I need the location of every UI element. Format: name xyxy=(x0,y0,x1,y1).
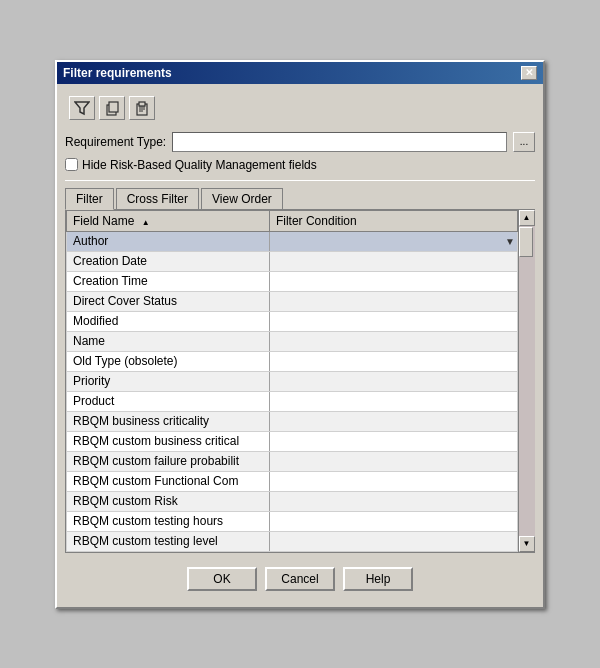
filter-condition-cell[interactable] xyxy=(269,331,517,351)
sort-indicator: ▲ xyxy=(142,218,150,227)
table-row[interactable]: Product xyxy=(67,391,518,411)
field-name-cell: RBQM custom Risk xyxy=(67,491,270,511)
scroll-thumb[interactable] xyxy=(519,227,533,257)
vertical-scrollbar[interactable]: ▲ ▼ xyxy=(518,210,534,552)
copy-button[interactable] xyxy=(99,96,125,120)
scroll-track[interactable] xyxy=(519,226,535,536)
field-name-cell: Product xyxy=(67,391,270,411)
filter-condition-cell[interactable] xyxy=(269,431,517,451)
svg-rect-2 xyxy=(109,102,118,112)
paste-button[interactable] xyxy=(129,96,155,120)
filter-condition-cell[interactable] xyxy=(269,411,517,431)
table-row[interactable]: Author▼ xyxy=(67,231,518,251)
table-scroll-area[interactable]: Field Name ▲ Filter Condition Author▼Cre… xyxy=(66,210,518,552)
field-name-cell: RBQM custom testing level xyxy=(67,531,270,551)
close-button[interactable]: ✕ xyxy=(521,66,537,80)
field-name-cell: Old Type (obsolete) xyxy=(67,351,270,371)
table-row[interactable]: RBQM custom business critical xyxy=(67,431,518,451)
filter-condition-cell[interactable] xyxy=(269,291,517,311)
filter-requirements-dialog: Filter requirements ✕ xyxy=(55,60,545,609)
tab-view-order[interactable]: View Order xyxy=(201,188,283,210)
field-name-cell: Name xyxy=(67,331,270,351)
dropdown-arrow-icon[interactable]: ▼ xyxy=(505,236,515,247)
table-row[interactable]: RBQM custom testing level xyxy=(67,531,518,551)
field-name-cell: Creation Date xyxy=(67,251,270,271)
filter-condition-cell[interactable] xyxy=(269,531,517,551)
filter-condition-cell[interactable]: ▼ xyxy=(269,231,517,251)
filter-condition-cell[interactable] xyxy=(269,451,517,471)
filter-condition-cell[interactable] xyxy=(269,351,517,371)
field-name-cell: RBQM custom business critical xyxy=(67,431,270,451)
table-row[interactable]: RBQM custom testing hours xyxy=(67,511,518,531)
requirement-type-row: Requirement Type: ... xyxy=(65,132,535,152)
table-row[interactable]: Creation Date xyxy=(67,251,518,271)
hide-rbqm-row: Hide Risk-Based Quality Management field… xyxy=(65,158,535,172)
table-row[interactable]: RBQM custom Risk xyxy=(67,491,518,511)
filter-condition-cell[interactable] xyxy=(269,471,517,491)
field-name-cell: Modified xyxy=(67,311,270,331)
filter-icon-button[interactable] xyxy=(69,96,95,120)
copy-icon xyxy=(104,100,120,116)
scroll-up-button[interactable]: ▲ xyxy=(519,210,535,226)
field-name-header[interactable]: Field Name ▲ xyxy=(67,210,270,231)
field-name-cell: RBQM custom testing hours xyxy=(67,511,270,531)
filter-condition-cell[interactable] xyxy=(269,271,517,291)
field-name-cell: Priority xyxy=(67,371,270,391)
help-button[interactable]: Help xyxy=(343,567,413,591)
filter-condition-cell[interactable] xyxy=(269,371,517,391)
table-row[interactable]: Priority xyxy=(67,371,518,391)
requirement-browse-button[interactable]: ... xyxy=(513,132,535,152)
svg-marker-0 xyxy=(75,102,89,114)
field-name-cell: Author xyxy=(67,231,270,251)
filter-table: Field Name ▲ Filter Condition Author▼Cre… xyxy=(66,210,518,552)
separator xyxy=(65,180,535,181)
field-name-cell: RBQM custom failure probabilit xyxy=(67,451,270,471)
requirement-type-input[interactable] xyxy=(172,132,507,152)
hide-rbqm-label: Hide Risk-Based Quality Management field… xyxy=(82,158,317,172)
field-name-cell: RBQM custom Functional Com xyxy=(67,471,270,491)
table-wrapper: Field Name ▲ Filter Condition Author▼Cre… xyxy=(66,210,534,552)
table-row[interactable]: Old Type (obsolete) xyxy=(67,351,518,371)
table-row[interactable]: Modified xyxy=(67,311,518,331)
svg-rect-4 xyxy=(139,102,145,106)
filter-condition-cell[interactable] xyxy=(269,311,517,331)
table-row[interactable]: RBQM custom failure probabilit xyxy=(67,451,518,471)
dialog-body: Requirement Type: ... Hide Risk-Based Qu… xyxy=(57,84,543,607)
dialog-title: Filter requirements xyxy=(63,66,172,80)
field-name-cell: RBQM business criticality xyxy=(67,411,270,431)
filter-condition-cell[interactable] xyxy=(269,491,517,511)
table-row[interactable]: RBQM custom Functional Com xyxy=(67,471,518,491)
filter-condition-cell[interactable] xyxy=(269,511,517,531)
table-row[interactable]: RBQM business criticality xyxy=(67,411,518,431)
hide-rbqm-checkbox[interactable] xyxy=(65,158,78,171)
tab-bar: Filter Cross Filter View Order xyxy=(65,187,535,209)
funnel-icon xyxy=(74,100,90,116)
table-row[interactable]: Name xyxy=(67,331,518,351)
requirement-type-label: Requirement Type: xyxy=(65,135,166,149)
scroll-down-button[interactable]: ▼ xyxy=(519,536,535,552)
bottom-buttons: OK Cancel Help xyxy=(65,557,535,599)
paste-icon xyxy=(134,100,150,116)
cancel-button[interactable]: Cancel xyxy=(265,567,335,591)
field-name-cell: Creation Time xyxy=(67,271,270,291)
table-row[interactable]: Creation Time xyxy=(67,271,518,291)
ok-button[interactable]: OK xyxy=(187,567,257,591)
tab-content: Field Name ▲ Filter Condition Author▼Cre… xyxy=(65,209,535,553)
tabs-container: Filter Cross Filter View Order xyxy=(65,187,535,553)
title-bar: Filter requirements ✕ xyxy=(57,62,543,84)
filter-condition-cell[interactable] xyxy=(269,251,517,271)
tab-filter[interactable]: Filter xyxy=(65,188,114,210)
filter-condition-cell[interactable] xyxy=(269,391,517,411)
toolbar xyxy=(65,92,535,124)
field-name-cell: Direct Cover Status xyxy=(67,291,270,311)
filter-condition-header[interactable]: Filter Condition xyxy=(269,210,517,231)
tab-cross-filter[interactable]: Cross Filter xyxy=(116,188,199,210)
table-row[interactable]: Direct Cover Status xyxy=(67,291,518,311)
